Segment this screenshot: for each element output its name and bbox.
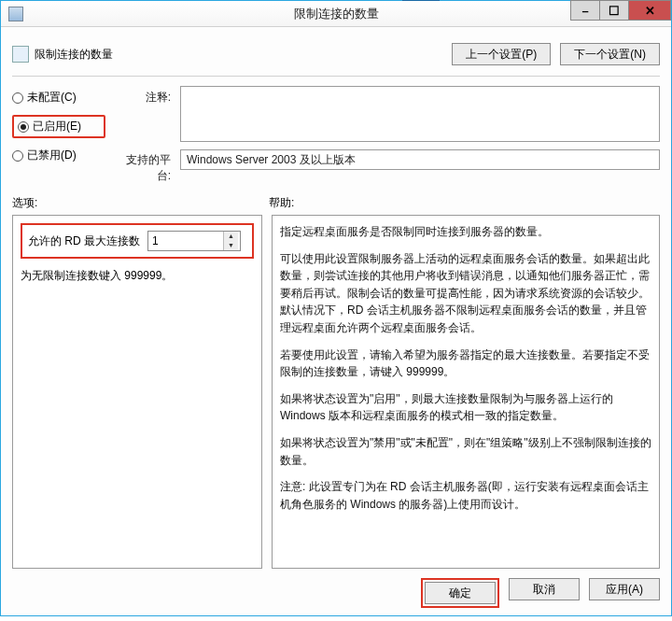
- radio-not-configured[interactable]: 未配置(C): [12, 90, 105, 106]
- radio-disabled[interactable]: 已禁用(D): [12, 148, 105, 163]
- help-text: 如果将状态设置为"禁用"或"未配置"，则在"组策略"级别上不强制限制连接的数量。: [280, 434, 651, 469]
- spinner-up-icon[interactable]: ▲: [224, 232, 238, 241]
- help-text: 注意: 此设置专门为在 RD 会话主机服务器(即，运行安装有远程桌面会话主机角色…: [280, 478, 651, 513]
- unlimited-hint: 为无限制连接数键入 999999。: [21, 268, 254, 284]
- apply-button[interactable]: 应用(A): [589, 578, 660, 600]
- footer-buttons: 确定 取消 应用(A): [12, 569, 660, 608]
- help-panel: 指定远程桌面服务是否限制同时连接到服务器的数量。 可以使用此设置限制服务器上活动…: [272, 215, 660, 569]
- header-row: 限制连接的数量 上一个设置(P) 下一个设置(N): [12, 36, 660, 72]
- supported-platform-field: Windows Server 2003 及以上版本: [180, 149, 660, 170]
- config-row: 未配置(C) 已启用(E) 已禁用(D) 注释: 支持的平台:: [12, 86, 660, 184]
- minimize-icon: –: [581, 4, 588, 18]
- max-conn-input[interactable]: [148, 233, 223, 249]
- help-header: 帮助:: [269, 195, 660, 211]
- highlight-ok: 确定: [421, 578, 499, 608]
- minimize-button[interactable]: –: [570, 0, 600, 21]
- radio-dot-icon: [12, 92, 23, 104]
- next-setting-button[interactable]: 下一个设置(N): [560, 43, 660, 65]
- help-text: 指定远程桌面服务是否限制同时连接到服务器的数量。: [280, 223, 651, 241]
- ok-button[interactable]: 确定: [425, 582, 496, 604]
- options-header: 选项:: [12, 195, 269, 211]
- radio-label: 已启用(E): [33, 119, 81, 134]
- supported-label: 支持的平台:: [115, 152, 171, 184]
- titlebar: 限制连接的数量 – ☐ ✕: [1, 1, 671, 27]
- nav-buttons: 上一个设置(P) 下一个设置(N): [452, 43, 660, 65]
- highlight-max-conn: 允许的 RD 最大连接数 ▲ ▼: [21, 223, 254, 259]
- radio-label: 未配置(C): [27, 90, 77, 106]
- dialog-window: 限制连接的数量 – ☐ ✕ 限制连接的数量 上一个设置(P) 下一个设置(N) …: [0, 0, 672, 616]
- spinner-down-icon[interactable]: ▼: [224, 241, 238, 250]
- help-text: 若要使用此设置，请输入希望为服务器指定的最大连接数量。若要指定不受限制的连接数量…: [280, 346, 651, 381]
- close-button[interactable]: ✕: [628, 0, 671, 21]
- column-headers: 选项: 帮助:: [12, 195, 660, 211]
- app-icon: [8, 7, 23, 21]
- maximize-button[interactable]: ☐: [599, 0, 629, 21]
- help-text: 可以使用此设置限制服务器上活动的远程桌面服务会话的数量。如果超出此数量，则尝试连…: [280, 250, 651, 337]
- policy-title: 限制连接的数量: [35, 47, 113, 63]
- window-buttons: – ☐ ✕: [571, 0, 671, 21]
- spinner-arrows: ▲ ▼: [223, 232, 238, 250]
- max-conn-spinner[interactable]: ▲ ▼: [147, 231, 241, 251]
- radio-dot-icon: [18, 121, 29, 133]
- comment-label: 注释:: [115, 90, 171, 106]
- options-panel: 允许的 RD 最大连接数 ▲ ▼ 为无限制连接数键入 999999。: [12, 215, 262, 569]
- max-conn-label: 允许的 RD 最大连接数: [28, 233, 140, 249]
- close-icon: ✕: [645, 4, 655, 18]
- highlight-enabled: 已启用(E): [12, 115, 105, 138]
- radio-label: 已禁用(D): [27, 148, 77, 163]
- maximize-icon: ☐: [609, 4, 620, 18]
- radio-enabled[interactable]: 已启用(E): [18, 119, 100, 134]
- policy-icon: [12, 46, 29, 63]
- prev-setting-button[interactable]: 上一个设置(P): [452, 43, 551, 65]
- field-labels: 注释: 支持的平台:: [115, 86, 171, 184]
- comment-textarea[interactable]: [180, 86, 660, 142]
- cancel-button[interactable]: 取消: [509, 578, 580, 600]
- field-values: Windows Server 2003 及以上版本: [180, 86, 660, 170]
- state-radios: 未配置(C) 已启用(E) 已禁用(D): [12, 86, 105, 163]
- help-text: 如果将状态设置为"启用"，则最大连接数量限制为与服务器上运行的 Windows …: [280, 390, 651, 425]
- separator: [12, 76, 660, 77]
- dialog-body: 限制连接的数量 上一个设置(P) 下一个设置(N) 未配置(C) 已启用(E): [1, 27, 671, 615]
- radio-dot-icon: [12, 150, 23, 162]
- panels: 允许的 RD 最大连接数 ▲ ▼ 为无限制连接数键入 999999。 指定远程桌…: [12, 215, 660, 569]
